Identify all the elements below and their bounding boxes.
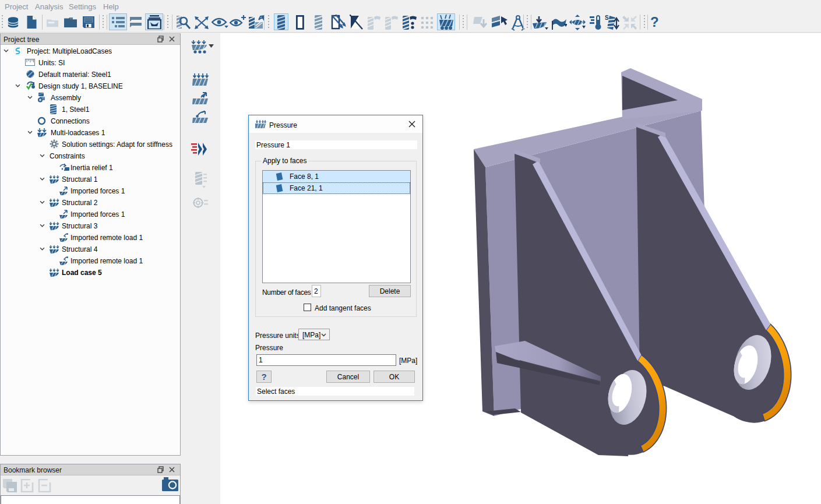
svg-text:S: S xyxy=(605,15,609,21)
